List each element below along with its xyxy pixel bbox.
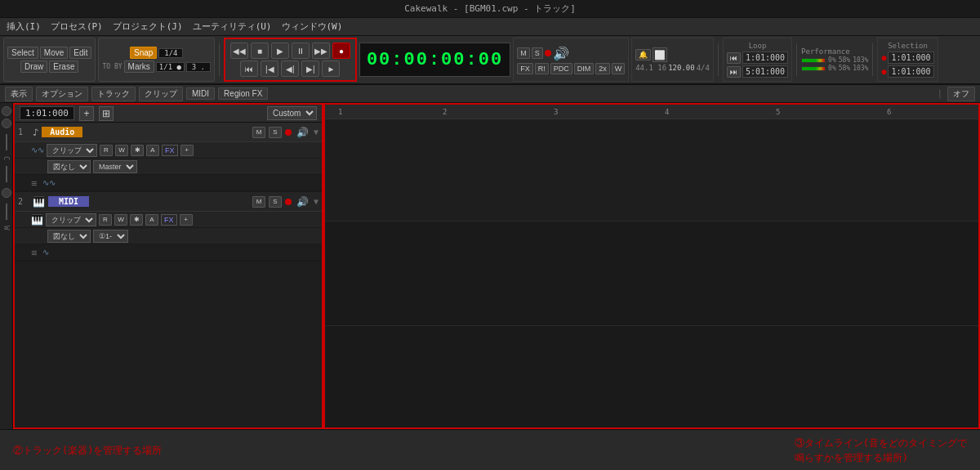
- sec-btn-midi[interactable]: MIDI: [186, 87, 215, 100]
- audio-w-button[interactable]: W: [115, 145, 128, 156]
- sidebar-btn-2[interactable]: [2, 119, 11, 128]
- transport-buttons-row2: ⏮ |◀ ◀| ▶| ►: [240, 60, 340, 77]
- midi-a-button[interactable]: A: [145, 214, 158, 226]
- midi-timeline-track: [325, 223, 978, 325]
- divider-4: [872, 43, 873, 76]
- audio-extra-row: ≡ ∿∿: [15, 175, 322, 191]
- audio-solo-button[interactable]: S: [269, 127, 282, 138]
- menu-project[interactable]: プロジェクト(J): [113, 20, 183, 33]
- menu-utility[interactable]: ユーティリティ(U): [193, 20, 272, 33]
- main-content: C W 1:01:000 + ⊞ Custom 1 ♪ Audio M S: [0, 103, 980, 429]
- select-tool-button[interactable]: Select: [7, 47, 38, 59]
- audio-r-button[interactable]: R: [100, 145, 113, 156]
- x2-button[interactable]: 2x: [595, 63, 610, 74]
- w-button[interactable]: W: [612, 63, 626, 74]
- midi-volume-icon: 🔊: [296, 196, 309, 208]
- midi-track-block: 2 🎹 MIDI M S 🔊 ▼ 🎹 クリップ R W ✱ A FX: [15, 192, 322, 262]
- audio-star-button[interactable]: ✱: [131, 145, 144, 156]
- midi-star-button[interactable]: ✱: [130, 214, 143, 226]
- midi-output-select[interactable]: ①1-: [93, 230, 128, 243]
- bottom-area: ②トラック(楽器)を管理する場所 ③タイムライン(音をどのタイミングで 鳴らすか…: [0, 429, 980, 470]
- midi-fx-button[interactable]: FX: [161, 214, 177, 226]
- next-marker-button[interactable]: ◀|: [281, 60, 299, 77]
- click-box[interactable]: ⬜: [653, 47, 667, 62]
- metronome-section: 🔔 ⬜ 44.1 16 120.00 4/4: [631, 38, 714, 82]
- edit-tool-button[interactable]: Edit: [69, 47, 91, 59]
- audio-record-dot: [285, 129, 292, 136]
- loop-point-button[interactable]: ▶|: [301, 60, 319, 77]
- r-button[interactable]: R!: [535, 63, 549, 74]
- move-tool-button[interactable]: Move: [40, 47, 68, 59]
- midi-wave-mini: ∿: [42, 248, 49, 257]
- window-title: Cakewalk - [BGM01.cwp - トラック]: [404, 2, 576, 15]
- record-indicator: [545, 50, 551, 56]
- bpm-value: 120.00: [668, 64, 695, 72]
- off-button[interactable]: オフ: [947, 87, 975, 101]
- midi-track-num: 2: [18, 197, 29, 206]
- sidebar-btn-1[interactable]: [2, 106, 11, 116]
- audio-output-select[interactable]: Master: [93, 160, 137, 173]
- snap-button[interactable]: Snap: [130, 47, 157, 59]
- midi-w-button[interactable]: W: [114, 214, 127, 226]
- grid-view-button[interactable]: ⊞: [99, 106, 114, 121]
- audio-clip-select[interactable]: クリップ: [47, 144, 97, 157]
- perf-b-2: 58%: [839, 65, 850, 72]
- audio-a-button[interactable]: A: [146, 145, 159, 156]
- ruler-mark-5: 5: [776, 105, 780, 119]
- midi-plus-button[interactable]: +: [180, 214, 193, 226]
- erase-tool-button[interactable]: Erase: [49, 60, 78, 73]
- ruler-mark-4: 4: [665, 105, 669, 119]
- goto-start-button[interactable]: ⏮: [240, 60, 258, 77]
- audio-input-select[interactable]: 図なし: [47, 160, 91, 173]
- tool-buttons-group: Select Move Edit Draw Erase: [3, 38, 96, 82]
- midi-r-button[interactable]: R: [99, 214, 112, 226]
- goto-end-button[interactable]: ►: [322, 60, 340, 77]
- sidebar-btn-3[interactable]: [2, 188, 11, 198]
- stop-button[interactable]: ■: [251, 43, 269, 59]
- midi-solo-button[interactable]: S: [269, 196, 282, 208]
- marks-value-display: 3 .: [186, 62, 211, 72]
- metronome-button[interactable]: 🔔: [635, 49, 651, 60]
- prev-marker-button[interactable]: |◀: [261, 60, 278, 77]
- midi-clip-select[interactable]: クリップ: [46, 213, 96, 226]
- toolbar: Select Move Edit Draw Erase Snap 1/4 TO …: [0, 36, 980, 85]
- draw-tool-button[interactable]: Draw: [20, 60, 47, 73]
- marks-button[interactable]: Marks: [124, 60, 154, 73]
- loop-end-forward[interactable]: ⏭: [727, 66, 741, 78]
- midi-record-dot: [285, 199, 292, 205]
- pdc-button[interactable]: PDC: [550, 63, 572, 74]
- loop-start-back[interactable]: ⏮: [727, 52, 741, 64]
- midi-mute-button[interactable]: M: [252, 196, 265, 208]
- record-button[interactable]: ●: [332, 43, 350, 59]
- menu-insert[interactable]: 挿入(I): [7, 20, 41, 33]
- midi-track-header: 2 🎹 MIDI M S 🔊 ▼: [15, 192, 322, 212]
- fx-ctrl-button[interactable]: FX: [517, 63, 533, 74]
- pause-button[interactable]: ⏸: [292, 43, 310, 59]
- audio-plus-button[interactable]: +: [180, 145, 194, 156]
- performance-section: Performance 0% 58% 103% 0% 58% 103%: [801, 47, 868, 72]
- sec-btn-region-fx[interactable]: Region FX: [218, 87, 268, 100]
- add-track-button[interactable]: +: [79, 106, 94, 121]
- menu-process[interactable]: プロセス(P): [51, 20, 103, 33]
- midi-input-select[interactable]: 図なし: [47, 230, 91, 243]
- sec-btn-clip[interactable]: クリップ: [139, 87, 183, 101]
- sec-btn-track[interactable]: トラック: [91, 87, 136, 101]
- midi-expand-btn[interactable]: ▼: [314, 197, 318, 206]
- custom-select[interactable]: Custom: [267, 106, 317, 120]
- rewind-button[interactable]: ◀◀: [230, 43, 248, 59]
- m-button[interactable]: M: [517, 47, 530, 59]
- play-button[interactable]: ▶: [271, 43, 289, 59]
- playback-options: M S 🔊 FX R! PDC DIM 2x W: [513, 38, 629, 82]
- s-button[interactable]: S: [532, 47, 543, 59]
- audio-fx-button[interactable]: FX: [162, 145, 178, 156]
- menu-window[interactable]: ウィンドウ(W): [282, 20, 343, 33]
- sec-btn-view[interactable]: 表示: [5, 87, 33, 101]
- audio-mute-button[interactable]: M: [252, 127, 265, 138]
- dim-button[interactable]: DIM: [574, 63, 595, 74]
- sec-btn-options[interactable]: オプション: [36, 87, 88, 101]
- position-display: 1:01:000: [20, 106, 74, 120]
- audio-expand-btn[interactable]: ▼: [314, 128, 318, 137]
- fast-forward-button[interactable]: ▶▶: [312, 43, 330, 59]
- time-sig: 4/4: [697, 64, 710, 72]
- audio-clip-row: ∿∿ クリップ R W ✱ A FX +: [15, 142, 322, 159]
